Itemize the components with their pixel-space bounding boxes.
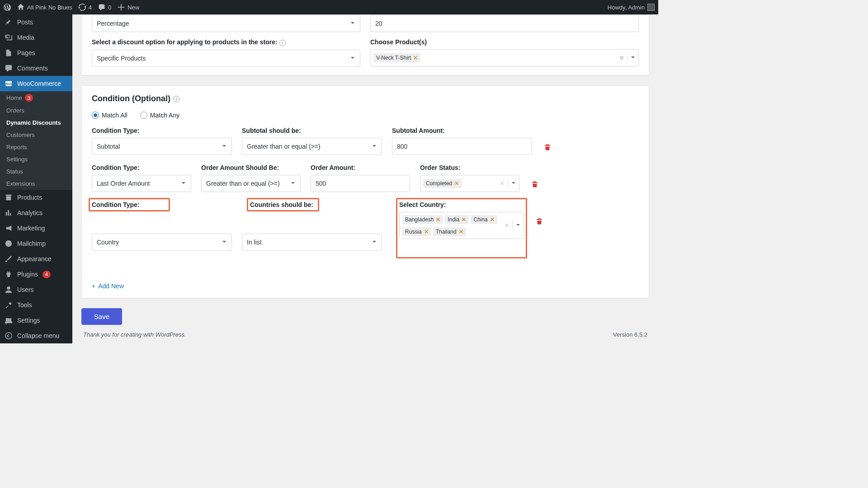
delete-row-button[interactable]	[542, 139, 553, 156]
sidebar-item-woocommerce[interactable]: Woo WooCommerce	[0, 76, 72, 91]
sidebar-item-marketing[interactable]: Marketing	[0, 221, 72, 236]
subtotal-amount-input[interactable]: 800	[392, 138, 532, 155]
sidebar-collapse[interactable]: Collapse menu	[0, 328, 72, 343]
chevron-down-icon[interactable]	[630, 54, 636, 61]
site-menu[interactable]: All Pink No Blues	[17, 4, 72, 11]
remove-tag-icon[interactable]: ✕	[413, 55, 418, 61]
sidebar-subitem-dynamic-discounts[interactable]: Dynamic Discounts	[0, 117, 72, 129]
media-icon	[5, 33, 13, 42]
order-amount-label: Order Amount:	[311, 164, 410, 171]
sidebar-subitem-reports[interactable]: Reports	[0, 141, 72, 153]
updates-menu[interactable]: 4	[79, 4, 92, 11]
sidebar-item-analytics[interactable]: Analytics	[0, 205, 72, 221]
new-menu[interactable]: New	[118, 4, 139, 11]
sidebar-item-products[interactable]: Products	[0, 190, 72, 205]
settings-icon	[5, 316, 13, 324]
plus-icon	[118, 4, 125, 11]
chevron-down-icon	[372, 239, 377, 246]
chart-icon	[5, 209, 13, 217]
match-all-radio[interactable]: Match All	[92, 112, 127, 119]
sidebar-item-mailchimp[interactable]: Mailchimp	[0, 236, 72, 251]
input-value: 20	[375, 20, 382, 27]
sidebar-label: Marketing	[17, 225, 45, 232]
wrench-icon	[5, 301, 13, 309]
svg-point-2	[5, 240, 12, 247]
order-should-select[interactable]: Greater than or equal (>=)	[201, 175, 301, 192]
order-amount-input[interactable]: 500	[311, 175, 410, 192]
sidebar-subitem-settings[interactable]: Settings	[0, 153, 72, 165]
sidebar-label: Reports	[6, 144, 27, 150]
sidebar-subitem-extensions[interactable]: Extensions	[0, 178, 72, 190]
select-value: Greater than or equal (>=)	[206, 180, 280, 187]
info-icon[interactable]: i	[173, 96, 179, 102]
wp-logo-menu[interactable]	[4, 4, 11, 11]
trash-icon	[531, 181, 538, 188]
comments-menu[interactable]: 0	[98, 4, 111, 11]
sidebar-label: Comments	[17, 65, 48, 72]
subtotal-should-select[interactable]: Greater than or equal (>=)	[242, 138, 382, 155]
sidebar-label: Dynamic Discounts	[6, 119, 61, 126]
sidebar-subitem-status[interactable]: Status	[0, 165, 72, 178]
svg-point-4	[5, 333, 12, 339]
update-icon	[79, 4, 86, 11]
collapse-icon	[5, 332, 13, 340]
sidebar-label: Users	[17, 286, 34, 293]
sidebar-label: Orders	[6, 107, 24, 114]
sidebar-item-settings[interactable]: Settings	[0, 313, 72, 328]
megaphone-icon	[5, 224, 13, 232]
condition-type-select[interactable]: Subtotal	[92, 138, 232, 155]
sidebar-label: Status	[6, 168, 23, 175]
discount-type-select[interactable]: Percentage	[92, 15, 360, 32]
clear-icon[interactable]: ✕	[619, 54, 624, 61]
add-new-button[interactable]: + Add New	[92, 282, 639, 290]
condition-type-select[interactable]: Country	[92, 234, 232, 251]
products-multiselect[interactable]: V-Neck T-Shirt ✕ ✕	[370, 49, 639, 66]
svg-text:Woo: Woo	[5, 82, 12, 86]
chevron-down-icon	[350, 20, 355, 27]
sidebar-subitem-customers[interactable]: Customers	[0, 129, 72, 141]
avatar-icon	[647, 4, 655, 11]
match-any-radio[interactable]: Match Any	[140, 112, 179, 119]
chevron-down-icon	[181, 180, 186, 187]
updates-count: 4	[89, 4, 92, 11]
chevron-down-icon[interactable]	[511, 180, 516, 187]
sidebar-item-users[interactable]: Users	[0, 282, 72, 297]
sidebar-label: Extensions	[6, 180, 35, 187]
discount-value-input[interactable]: 20	[370, 15, 639, 32]
condition-type-label: Condition Type:	[92, 201, 167, 208]
select-value: Specific Products	[97, 55, 146, 62]
sidebar-label: Tools	[17, 301, 32, 309]
subtotal-amount-label: Subtotal Amount:	[392, 127, 532, 134]
sidebar-item-comments[interactable]: Comments	[0, 61, 72, 76]
info-icon[interactable]: i	[279, 40, 286, 46]
sidebar-subitem-home[interactable]: Home 3	[0, 91, 72, 104]
version-text: Version 6.5.2	[613, 331, 647, 338]
sidebar-label: Pages	[17, 49, 35, 56]
select-value: In list	[247, 239, 262, 246]
sidebar-item-appearance[interactable]: Appearance	[0, 251, 72, 267]
mailchimp-icon	[5, 239, 13, 248]
pin-icon	[5, 18, 13, 26]
sidebar-item-plugins[interactable]: Plugins 4	[0, 267, 72, 282]
sidebar-label: Home	[6, 94, 22, 101]
comment-icon	[98, 4, 105, 11]
radio-icon	[92, 112, 99, 119]
sidebar-item-posts[interactable]: Posts	[0, 14, 72, 30]
tag-label: V-Neck T-Shirt	[376, 55, 411, 61]
sidebar-item-tools[interactable]: Tools	[0, 297, 72, 313]
clear-icon[interactable]: ✕	[500, 180, 505, 187]
sidebar-item-pages[interactable]: Pages	[0, 45, 72, 61]
order-status-multiselect[interactable]: Completed ✕ ✕	[420, 175, 519, 192]
delete-row-button[interactable]	[529, 176, 540, 193]
save-button[interactable]: Save	[81, 308, 122, 325]
sidebar-item-media[interactable]: Media	[0, 30, 72, 45]
remove-tag-icon[interactable]: ✕	[454, 180, 459, 187]
condition-type-label: Condition Type:	[92, 164, 191, 171]
discount-option-select[interactable]: Specific Products	[92, 50, 360, 67]
countries-should-select[interactable]: In list	[242, 234, 382, 251]
add-new-label: Add New	[98, 282, 124, 290]
condition-type-select[interactable]: Last Order Amount	[92, 175, 191, 192]
account-menu[interactable]: Howdy, Admin	[608, 4, 655, 11]
input-value: 500	[316, 180, 326, 187]
sidebar-subitem-orders[interactable]: Orders	[0, 104, 72, 117]
